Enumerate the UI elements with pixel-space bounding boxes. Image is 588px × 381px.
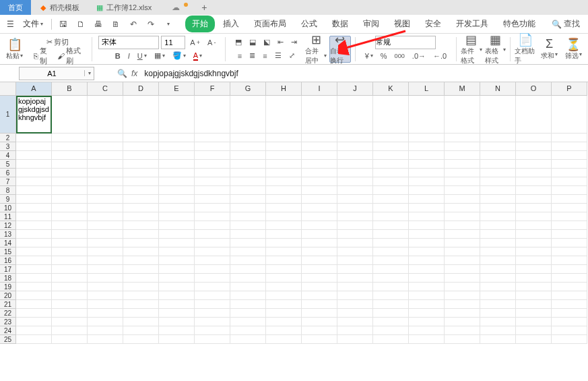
row-header[interactable]: 5 bbox=[0, 160, 16, 169]
cell[interactable] bbox=[195, 291, 230, 300]
cell[interactable] bbox=[52, 326, 88, 335]
row-header[interactable]: 15 bbox=[0, 247, 16, 256]
search-button[interactable]: 🔍 查找 bbox=[546, 18, 585, 30]
save-icon[interactable]: 🖫 bbox=[56, 17, 71, 32]
cell[interactable] bbox=[337, 186, 373, 195]
cell[interactable] bbox=[373, 274, 409, 283]
cell[interactable] bbox=[552, 335, 587, 344]
cell[interactable] bbox=[302, 212, 337, 221]
cell[interactable] bbox=[337, 169, 373, 177]
row-header[interactable]: 3 bbox=[0, 142, 16, 151]
cell[interactable] bbox=[552, 221, 587, 230]
cell[interactable] bbox=[445, 335, 480, 344]
row-header[interactable]: 12 bbox=[0, 221, 16, 230]
cell[interactable] bbox=[445, 169, 480, 177]
cell[interactable] bbox=[409, 212, 445, 221]
cell[interactable] bbox=[159, 283, 195, 291]
cell[interactable] bbox=[337, 239, 373, 247]
cell[interactable] bbox=[552, 177, 587, 186]
doc-assistant-button[interactable]: 📄 文档助手 bbox=[515, 36, 536, 63]
cell[interactable] bbox=[516, 283, 552, 291]
cell[interactable] bbox=[337, 195, 373, 204]
cell[interactable] bbox=[159, 309, 195, 318]
cell[interactable] bbox=[373, 134, 409, 142]
cell[interactable] bbox=[195, 283, 230, 291]
cell[interactable] bbox=[409, 309, 445, 318]
cell[interactable] bbox=[409, 177, 445, 186]
row-header[interactable]: 2 bbox=[0, 134, 16, 142]
orientation-button[interactable]: ⤢ bbox=[286, 50, 298, 62]
cell[interactable] bbox=[409, 151, 445, 160]
cell[interactable] bbox=[88, 186, 123, 195]
cell[interactable] bbox=[302, 186, 337, 195]
cell[interactable] bbox=[52, 274, 88, 283]
cell[interactable] bbox=[88, 326, 123, 335]
cell[interactable] bbox=[373, 239, 409, 247]
cell[interactable] bbox=[159, 96, 195, 134]
cell[interactable] bbox=[266, 160, 302, 169]
cell[interactable] bbox=[302, 230, 337, 239]
font-size-select[interactable] bbox=[161, 36, 185, 49]
column-header[interactable]: O bbox=[516, 82, 552, 96]
cell[interactable] bbox=[445, 212, 480, 221]
cell[interactable] bbox=[266, 326, 302, 335]
cell[interactable] bbox=[266, 177, 302, 186]
cell[interactable] bbox=[516, 291, 552, 300]
column-header[interactable]: K bbox=[373, 82, 409, 96]
cell[interactable] bbox=[373, 142, 409, 151]
cell[interactable] bbox=[516, 230, 552, 239]
cell[interactable] bbox=[480, 326, 516, 335]
cell[interactable] bbox=[302, 151, 337, 160]
row-header[interactable]: 7 bbox=[0, 177, 16, 186]
row-header[interactable]: 16 bbox=[0, 256, 16, 265]
cell[interactable] bbox=[123, 283, 159, 291]
print-preview-icon[interactable]: 🗋 bbox=[73, 17, 88, 32]
cell[interactable] bbox=[373, 318, 409, 326]
filter-button[interactable]: ⏳ 筛选▾ bbox=[562, 36, 584, 63]
cell[interactable] bbox=[516, 160, 552, 169]
cell[interactable] bbox=[337, 309, 373, 318]
cell[interactable] bbox=[337, 247, 373, 256]
cell[interactable] bbox=[516, 221, 552, 230]
cell[interactable] bbox=[266, 221, 302, 230]
cell[interactable] bbox=[159, 256, 195, 265]
cell[interactable] bbox=[266, 186, 302, 195]
cell[interactable] bbox=[552, 195, 587, 204]
cell[interactable] bbox=[409, 142, 445, 151]
cell[interactable] bbox=[195, 239, 230, 247]
row-header[interactable]: 20 bbox=[0, 291, 16, 300]
cell[interactable] bbox=[16, 177, 52, 186]
export-icon[interactable]: 🗎 bbox=[108, 17, 123, 32]
chevron-down-icon[interactable]: ▾ bbox=[84, 70, 94, 76]
cell[interactable] bbox=[88, 291, 123, 300]
cell[interactable] bbox=[195, 335, 230, 344]
cell[interactable] bbox=[552, 204, 587, 212]
cell[interactable] bbox=[552, 151, 587, 160]
cell[interactable] bbox=[337, 204, 373, 212]
cell[interactable] bbox=[52, 335, 88, 344]
cell[interactable] bbox=[445, 151, 480, 160]
cell[interactable] bbox=[373, 186, 409, 195]
cell[interactable] bbox=[52, 186, 88, 195]
cell[interactable] bbox=[445, 142, 480, 151]
cell[interactable] bbox=[337, 151, 373, 160]
cell[interactable] bbox=[159, 291, 195, 300]
row-header[interactable]: 4 bbox=[0, 151, 16, 160]
cell[interactable] bbox=[230, 186, 266, 195]
cell[interactable] bbox=[88, 283, 123, 291]
cell[interactable] bbox=[409, 186, 445, 195]
font-color-button[interactable]: A▾ bbox=[191, 50, 205, 62]
cell[interactable] bbox=[266, 291, 302, 300]
cell[interactable] bbox=[552, 96, 587, 134]
cell[interactable] bbox=[52, 309, 88, 318]
cell[interactable] bbox=[409, 291, 445, 300]
cell[interactable] bbox=[52, 212, 88, 221]
cell[interactable] bbox=[230, 335, 266, 344]
cell[interactable] bbox=[52, 221, 88, 230]
number-format-select[interactable] bbox=[375, 36, 436, 49]
column-header[interactable]: G bbox=[230, 82, 266, 96]
cell[interactable] bbox=[516, 204, 552, 212]
cell[interactable] bbox=[302, 326, 337, 335]
cell[interactable] bbox=[373, 283, 409, 291]
cell[interactable] bbox=[52, 239, 88, 247]
